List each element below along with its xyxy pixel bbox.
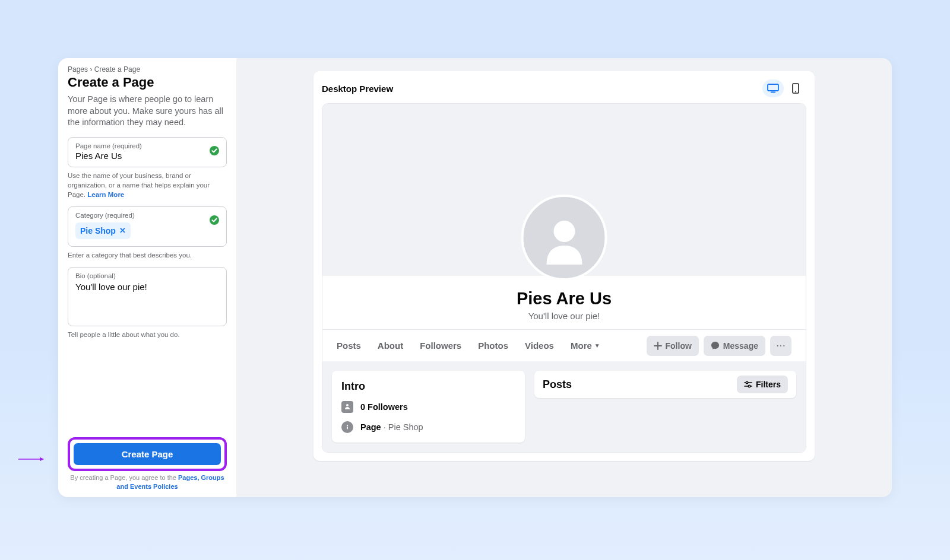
annotation-arrow xyxy=(0,457,64,462)
bio-value: You'll love our pie! xyxy=(75,282,219,292)
desktop-toggle[interactable] xyxy=(762,79,784,97)
desktop-icon xyxy=(767,84,779,93)
svg-rect-4 xyxy=(768,84,778,91)
person-icon xyxy=(537,211,591,265)
messenger-icon xyxy=(711,341,720,350)
tab-about[interactable]: About xyxy=(378,341,403,351)
info-icon xyxy=(341,421,353,433)
posts-title: Posts xyxy=(543,378,572,391)
intro-page-type-label: Page xyxy=(360,422,381,432)
intro-title: Intro xyxy=(341,380,515,393)
follow-button[interactable]: Follow xyxy=(647,336,699,356)
filters-button[interactable]: Filters xyxy=(737,376,788,393)
page-name-value: Pies Are Us xyxy=(75,151,219,161)
page-title: Create a Page xyxy=(68,75,227,90)
svg-rect-10 xyxy=(347,427,348,429)
tab-posts[interactable]: Posts xyxy=(337,341,361,351)
intro-followers: 0 Followers xyxy=(341,401,515,413)
policy-text: By creating a Page, you agree to the Pag… xyxy=(68,473,227,491)
message-button[interactable]: Message xyxy=(704,336,765,356)
check-icon xyxy=(210,215,219,225)
remove-chip-icon[interactable]: ✕ xyxy=(119,226,126,235)
svg-point-9 xyxy=(347,425,348,426)
check-icon xyxy=(210,146,219,155)
cover-photo-placeholder xyxy=(322,104,806,276)
create-page-sidebar: Pages › Create a Page Create a Page Your… xyxy=(58,58,236,497)
page-name-field[interactable]: Page name (required) Pies Are Us xyxy=(68,137,227,167)
tab-photos[interactable]: Photos xyxy=(478,341,508,351)
svg-rect-5 xyxy=(771,92,775,93)
filters-icon xyxy=(744,381,752,388)
category-helper: Enter a category that best describes you… xyxy=(68,250,227,260)
preview-page-name: Pies Are Us xyxy=(322,289,806,308)
create-page-button[interactable]: Create Page xyxy=(74,443,221,465)
intro-page-category: Pie Shop xyxy=(388,422,423,432)
tab-followers[interactable]: Followers xyxy=(420,341,461,351)
preview-label: Desktop Preview xyxy=(322,84,393,94)
intro-page-type: Page · Pie Shop xyxy=(341,421,515,433)
posts-card: Posts Filters xyxy=(534,371,796,398)
more-actions-button[interactable]: ⋯ xyxy=(770,336,791,356)
mobile-icon xyxy=(792,83,799,94)
svg-point-14 xyxy=(748,385,750,387)
svg-marker-1 xyxy=(40,457,44,461)
bio-field[interactable]: Bio (optional) You'll love our pie! xyxy=(68,267,227,326)
preview-card: Desktop Preview xyxy=(314,71,815,461)
preview-page-bio: You'll love our pie! xyxy=(322,311,806,321)
bio-label: Bio (optional) xyxy=(75,272,219,279)
learn-more-link[interactable]: Learn More xyxy=(87,191,124,198)
followers-icon xyxy=(341,401,353,413)
avatar-placeholder xyxy=(521,195,607,281)
app-window: Pages › Create a Page Create a Page Your… xyxy=(58,58,892,497)
preview-body: Pies Are Us You'll love our pie! Posts A… xyxy=(322,103,806,453)
category-label: Category (required) xyxy=(75,212,219,219)
intro-card: Intro 0 Followers Page xyxy=(332,371,525,443)
category-chip: Pie Shop ✕ xyxy=(75,222,131,239)
svg-point-7 xyxy=(795,91,796,93)
bio-helper: Tell people a little about what you do. xyxy=(68,330,227,339)
follow-icon xyxy=(654,342,662,350)
tab-videos[interactable]: Videos xyxy=(525,341,554,351)
page-name-helper: Use the name of your business, brand or … xyxy=(68,171,227,199)
preview-content-row: Intro 0 Followers Page xyxy=(322,361,806,452)
svg-point-13 xyxy=(746,381,748,384)
device-toggle xyxy=(762,79,806,97)
page-name-label: Page name (required) xyxy=(75,142,219,149)
caret-down-icon: ▼ xyxy=(594,342,600,349)
svg-point-8 xyxy=(553,221,575,242)
mobile-toggle[interactable] xyxy=(785,79,806,97)
breadcrumb-current: Create a Page xyxy=(94,65,140,74)
intro-followers-label: 0 Followers xyxy=(360,402,408,412)
tab-more[interactable]: More ▼ xyxy=(571,341,600,351)
category-chip-label: Pie Shop xyxy=(80,226,116,236)
breadcrumb: Pages › Create a Page xyxy=(68,65,227,74)
category-field[interactable]: Category (required) Pie Shop ✕ xyxy=(68,206,227,247)
preview-area: Desktop Preview xyxy=(236,58,892,497)
page-subtitle: Your Page is where people go to learn mo… xyxy=(68,94,227,129)
breadcrumb-root-link[interactable]: Pages xyxy=(68,65,88,74)
tab-row: Posts About Followers Photos Videos More… xyxy=(322,329,806,361)
ellipsis-icon: ⋯ xyxy=(776,340,786,351)
create-button-highlight: Create Page xyxy=(68,437,227,471)
